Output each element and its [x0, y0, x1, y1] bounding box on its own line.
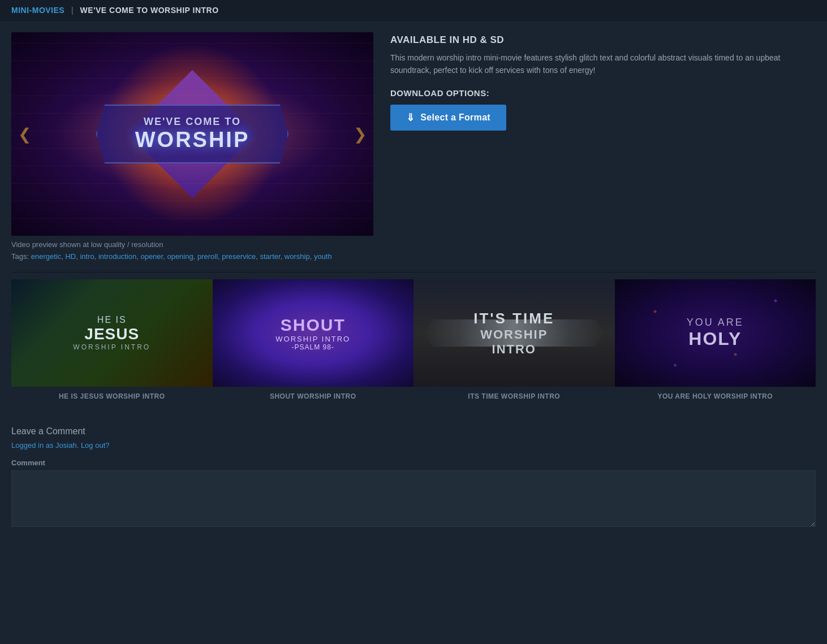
related-1-text1: HE IS	[73, 315, 150, 325]
related-title-2: SHOUT WORSHIP INTRO	[213, 387, 414, 409]
related-grid: HE IS JESUS WORSHIP INTRO HE IS JESUS WO…	[11, 279, 816, 409]
tags-line: Tags: energetic, HD, intro, introduction…	[11, 252, 373, 261]
related-title-4: YOU ARE HOLY WORSHIP INTRO	[615, 387, 816, 409]
related-thumb-1-text: HE IS JESUS WORSHIP INTRO	[73, 315, 150, 351]
info-panel: AVAILABLE IN HD & SD This modern worship…	[390, 32, 816, 261]
select-format-label: Select a Format	[420, 113, 490, 123]
top-section: WE'VE COME TO WORSHIP ❮ ❯ Video preview …	[11, 32, 816, 261]
related-item-2[interactable]: SHOUT WORSHIP INTRO -PSALM 98- SHOUT WOR…	[213, 279, 414, 409]
download-options-label: DOWNLOAD OPTIONS:	[390, 88, 816, 98]
select-format-button[interactable]: ⇓ Select a Format	[390, 105, 506, 131]
related-thumb-1: HE IS JESUS WORSHIP INTRO	[11, 279, 213, 387]
tag-separator: ,	[281, 252, 285, 261]
related-title-3: ITS TIME WORSHIP INTRO	[414, 387, 615, 409]
related-thumb-3-text: IT'S TIME WORSHIP INTRO	[464, 310, 565, 357]
related-title-1: HE IS JESUS WORSHIP INTRO	[11, 387, 213, 409]
related-item-1[interactable]: HE IS JESUS WORSHIP INTRO HE IS JESUS WO…	[11, 279, 213, 409]
tags-container: energetic, HD, intro, introduction, open…	[31, 252, 332, 261]
video-prev-arrow[interactable]: ❮	[18, 125, 31, 144]
related-3-text2: WORSHIP INTRO	[464, 327, 565, 357]
tag-link[interactable]: worship	[285, 252, 310, 261]
related-thumb-4-text: YOU ARE HOLY	[687, 317, 744, 349]
related-2-text1: SHOUT	[275, 315, 350, 335]
related-thumb-3: IT'S TIME WORSHIP INTRO	[414, 279, 615, 387]
related-item-3[interactable]: IT'S TIME WORSHIP INTRO ITS TIME WORSHIP…	[414, 279, 615, 409]
tag-link[interactable]: HD	[65, 252, 76, 261]
breadcrumb-separator: |	[71, 6, 74, 15]
tag-link[interactable]: opener	[140, 252, 163, 261]
main-content: WE'VE COME TO WORSHIP ❮ ❯ Video preview …	[0, 21, 827, 540]
tag-separator: ,	[193, 252, 197, 261]
tag-link[interactable]: youth	[314, 252, 332, 261]
tag-link[interactable]: intro	[80, 252, 94, 261]
tag-link[interactable]: starter	[260, 252, 281, 261]
related-item-4[interactable]: YOU ARE HOLY YOU ARE HOLY WORSHIP INTRO	[615, 279, 816, 409]
logged-in-line: Logged in as Josiah. Log out?	[11, 441, 816, 449]
tag-separator: ,	[256, 252, 260, 261]
description-text: This modern worship intro mini-movie fea…	[390, 51, 816, 77]
breadcrumb-current: WE'VE COME TO WORSHIP INTRO	[80, 6, 219, 15]
video-title-line2: WORSHIP	[120, 128, 265, 152]
video-title-line1: WE'VE COME TO	[120, 116, 265, 128]
comments-title: Leave a Comment	[11, 426, 816, 436]
logout-link[interactable]: Log out?	[81, 441, 110, 449]
related-1-text2: JESUS	[73, 325, 150, 343]
tags-label: Tags:	[11, 252, 29, 261]
video-next-arrow[interactable]: ❯	[354, 125, 367, 144]
related-4-text2: HOLY	[687, 329, 744, 349]
logged-in-text: Logged in as Josiah.	[11, 441, 79, 449]
comment-label: Comment	[11, 459, 816, 467]
video-container: WE'VE COME TO WORSHIP ❮ ❯ Video preview …	[11, 32, 373, 261]
related-2-text2: WORSHIP INTRO	[275, 335, 350, 343]
download-icon: ⇓	[406, 111, 415, 124]
related-thumb-2-text: SHOUT WORSHIP INTRO -PSALM 98-	[275, 315, 350, 351]
related-4-text1: YOU ARE	[687, 317, 744, 329]
comment-textarea[interactable]	[11, 470, 816, 527]
video-title-overlay: WE'VE COME TO WORSHIP	[96, 105, 288, 163]
video-preview[interactable]: WE'VE COME TO WORSHIP ❮ ❯	[11, 32, 373, 236]
related-section: HE IS JESUS WORSHIP INTRO HE IS JESUS WO…	[11, 273, 816, 409]
comments-section: Leave a Comment Logged in as Josiah. Log…	[11, 409, 816, 529]
video-caption: Video preview shown at low quality / res…	[11, 240, 373, 249]
tag-link[interactable]: preservice	[222, 252, 256, 261]
breadcrumb-bar: MINI-MOVIES | WE'VE COME TO WORSHIP INTR…	[0, 0, 827, 21]
available-title: AVAILABLE IN HD & SD	[390, 34, 816, 46]
tag-link[interactable]: energetic	[31, 252, 61, 261]
related-thumb-2: SHOUT WORSHIP INTRO -PSALM 98-	[213, 279, 414, 387]
tag-link[interactable]: preroll	[197, 252, 218, 261]
related-3-text1: IT'S TIME	[464, 310, 565, 327]
related-2-text3: -PSALM 98-	[275, 343, 350, 351]
related-thumb-4: YOU ARE HOLY	[615, 279, 816, 387]
tag-link[interactable]: opening	[167, 252, 193, 261]
tag-separator: ,	[94, 252, 98, 261]
tag-link[interactable]: introduction	[98, 252, 136, 261]
tag-separator: ,	[310, 252, 314, 261]
breadcrumb-parent-link[interactable]: MINI-MOVIES	[11, 6, 64, 15]
related-1-text3: WORSHIP INTRO	[73, 343, 150, 351]
